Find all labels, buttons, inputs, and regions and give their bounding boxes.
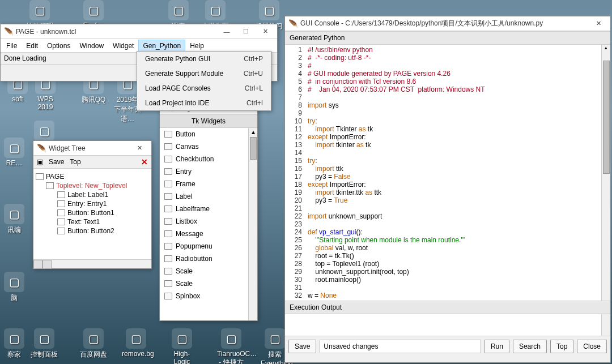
- menu-edit[interactable]: Edit: [22, 40, 42, 52]
- tree-row[interactable]: Button: Button1: [36, 208, 149, 217]
- menu-gen_python[interactable]: Gen_Python: [138, 40, 185, 52]
- vertical-scrollbar[interactable]: ▴: [601, 45, 610, 301]
- widget-item[interactable]: Canvas: [160, 140, 257, 153]
- widget-item[interactable]: Frame: [160, 178, 257, 190]
- maximize-button[interactable]: ☐: [236, 25, 256, 38]
- menu-file[interactable]: File: [2, 40, 22, 52]
- widget-item[interactable]: Entry: [160, 165, 257, 178]
- menu-item[interactable]: Generate Support ModuleCtrl+U: [137, 66, 271, 81]
- line-gutter: 1234567891011121314151617181920212223242…: [285, 45, 305, 301]
- run-button[interactable]: Run: [484, 340, 509, 353]
- close-button[interactable]: ✕: [589, 17, 608, 31]
- widget-item[interactable]: Label: [160, 190, 257, 203]
- close-x-icon[interactable]: ✕: [141, 157, 148, 166]
- menu-item[interactable]: Generate Python GUICtrl+P: [137, 52, 271, 66]
- close-button[interactable]: Close: [577, 340, 607, 353]
- desktop-icon[interactable]: ▢High-Logic FontCreator: [168, 328, 196, 364]
- menu-item[interactable]: Load Project into IDECtrl+I: [137, 96, 271, 110]
- top-button[interactable]: Top: [550, 340, 573, 353]
- desktop-icon[interactable]: ▢控制面板: [30, 328, 58, 359]
- widget-item[interactable]: Listbox: [160, 215, 257, 228]
- widget-item[interactable]: Labelframe: [160, 203, 257, 215]
- tree-row[interactable]: PAGE: [36, 172, 149, 181]
- menu-widget[interactable]: Widget: [108, 40, 138, 52]
- widget-tree-title: Widget Tree: [49, 144, 130, 152]
- widget-item[interactable]: Button: [160, 128, 257, 140]
- widget-item[interactable]: Scale: [160, 265, 257, 277]
- tree-row[interactable]: Button: Button2: [36, 226, 149, 235]
- save-button[interactable]: Save: [288, 340, 316, 353]
- node-icon: [46, 182, 54, 189]
- vertical-scrollbar[interactable]: [601, 314, 610, 336]
- gen-python-dropdown: Generate Python GUICtrl+PGenerate Suppor…: [137, 51, 271, 111]
- app-icon: 🪶: [4, 27, 14, 36]
- status-text: Unsaved changes: [320, 340, 481, 353]
- tree-row[interactable]: Entry: Entry1: [36, 199, 149, 208]
- code-area[interactable]: 1234567891011121314151617181920212223242…: [285, 45, 610, 301]
- widget-item[interactable]: Popupmenu: [160, 240, 257, 252]
- widget-item[interactable]: Radiobutton: [160, 252, 257, 265]
- tree-row[interactable]: Text: Text1: [36, 217, 149, 226]
- node-icon: [36, 173, 44, 180]
- widget-item[interactable]: Spinbox: [160, 290, 257, 302]
- tree-row[interactable]: Toplevel: New_Toplevel: [36, 181, 149, 190]
- menu-window[interactable]: Window: [75, 40, 108, 52]
- save-button[interactable]: Save: [49, 158, 64, 166]
- desktop-icon[interactable]: ▢remove.bg: [122, 328, 150, 358]
- code-lines[interactable]: #! /usr/bin/env python# -*- coding: utf-…: [305, 45, 610, 301]
- menu-options[interactable]: Options: [42, 40, 75, 52]
- widget-list: ButtonCanvasCheckbuttonEntryFrameLabelLa…: [160, 128, 257, 320]
- page-title: PAGE - unknown.tcl: [16, 28, 217, 36]
- desktop-icon[interactable]: ▢TianruoOC… - 快捷方式: [217, 328, 245, 364]
- tk-widgets-header[interactable]: Tk Widgets: [160, 115, 257, 128]
- desktop-icon[interactable]: ▢讯编: [0, 204, 28, 235]
- tree-icon: ▣: [37, 158, 43, 166]
- page-titlebar[interactable]: 🪶 PAGE - unknown.tcl — ☐ ✕: [1, 24, 277, 39]
- app-icon: 🪶: [37, 144, 46, 153]
- console-titlebar[interactable]: 🪶 GUI Console - C:/Users/13479/Desktop/p…: [285, 16, 610, 31]
- widget-item[interactable]: Message: [160, 228, 257, 240]
- close-button[interactable]: ✕: [130, 142, 149, 155]
- tree-toolbar: ▣ Save Top ✕: [33, 156, 151, 169]
- tree-body: PAGE Toplevel: New_Toplevel Label: Label…: [33, 169, 151, 259]
- desktop-icon[interactable]: ▢百度网盘: [79, 328, 108, 359]
- widget-tree-window: 🪶 Widget Tree ✕ ▣ Save Top ✕ PAGE Toplev…: [33, 140, 152, 269]
- widget-tree-titlebar[interactable]: 🪶 Widget Tree ✕: [33, 141, 151, 156]
- close-button[interactable]: ✕: [256, 25, 275, 38]
- widget-item[interactable]: Checkbutton: [160, 153, 257, 165]
- search-button[interactable]: Search: [513, 340, 547, 353]
- console-footer: Save Unsaved changes Run Search Top Clos…: [285, 336, 610, 357]
- minimize-button[interactable]: —: [217, 25, 236, 38]
- menu-help[interactable]: Help: [185, 40, 209, 52]
- generated-python-label: Generated Python: [285, 31, 610, 45]
- execution-output[interactable]: [285, 314, 610, 336]
- horizontal-scrollbar[interactable]: [33, 259, 151, 268]
- vertical-scrollbar[interactable]: ▴: [248, 128, 257, 320]
- app-icon: 🪶: [288, 19, 298, 28]
- gui-console-window: 🪶 GUI Console - C:/Users/13479/Desktop/p…: [284, 16, 611, 363]
- desktop-icon[interactable]: ▢脑: [0, 272, 28, 303]
- desktop-icon[interactable]: ▢RE…: [0, 138, 28, 167]
- desktop-icon[interactable]: ▢察家: [0, 328, 28, 359]
- widget-item[interactable]: Scale: [160, 277, 257, 290]
- top-button[interactable]: Top: [70, 158, 80, 166]
- console-title: GUI Console - C:/Users/13479/Desktop/pyt…: [300, 19, 589, 28]
- tree-row[interactable]: Label: Label1: [36, 190, 149, 199]
- widget-toolbar-window: 🪶 Widget Toolbar ✕ Tk Widgets ButtonCanv…: [159, 100, 258, 321]
- execution-output-label: Execution Output: [285, 301, 610, 314]
- menu-item[interactable]: Load PAGE ConsolesCtrl+L: [137, 81, 271, 96]
